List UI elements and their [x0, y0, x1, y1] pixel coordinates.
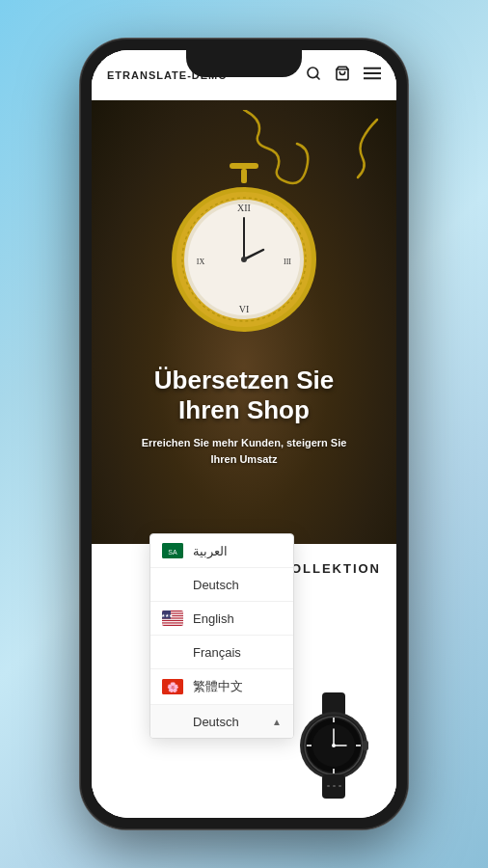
svg-text:IX: IX [197, 258, 205, 266]
flag-german-selected [162, 714, 183, 729]
flag-us: ★★★ [162, 610, 183, 626]
lang-label-chinese: 繁體中文 [193, 678, 243, 695]
svg-rect-45 [162, 621, 183, 622]
svg-text:VI: VI [239, 304, 250, 314]
svg-rect-44 [162, 619, 183, 620]
svg-text:★★★: ★★★ [162, 612, 174, 618]
svg-rect-7 [241, 169, 247, 183]
flag-hongkong: 🌸 [162, 679, 183, 694]
phone-notch [186, 50, 302, 77]
svg-rect-26 [333, 718, 335, 722]
svg-line-1 [316, 76, 319, 79]
screen-content: ETRANSLATE-DEMO [92, 50, 396, 818]
product-watch-image [290, 692, 377, 799]
svg-text:XII: XII [237, 203, 251, 213]
lang-item-arabic[interactable]: SA العربية [150, 534, 293, 568]
language-dropdown: SA العربية Deutsch [149, 533, 294, 739]
lang-label-english: English [193, 611, 234, 626]
svg-rect-35 [327, 785, 330, 787]
chevron-up-icon: ▲ [272, 717, 282, 727]
lang-label-selected: Deutsch [193, 715, 239, 729]
svg-rect-33 [363, 741, 368, 750]
lang-label-french: Français [193, 645, 241, 660]
svg-rect-28 [307, 745, 312, 746]
chain-decoration [310, 115, 387, 182]
hero-text-block: Übersetzen Sie Ihren Shop Erreichen Sie … [92, 366, 396, 467]
lang-item-french[interactable]: Français [150, 636, 293, 669]
lang-label-deutsch: Deutsch [193, 578, 239, 592]
phone-frame: ETRANSLATE-DEMO [80, 39, 408, 829]
lang-item-english[interactable]: ★★★ English [150, 602, 293, 636]
lang-item-deutsch[interactable]: Deutsch [150, 568, 293, 602]
svg-point-18 [241, 257, 247, 262]
lang-item-selected-deutsch[interactable]: Deutsch ▲ [150, 705, 293, 738]
lang-label-arabic: العربية [193, 544, 228, 558]
svg-text:🌸: 🌸 [167, 681, 179, 693]
flag-french [162, 644, 183, 660]
lang-item-chinese[interactable]: 🌸 繁體中文 [150, 669, 293, 705]
phone-screen: ETRANSLATE-DEMO [92, 50, 396, 818]
hero-subtitle: Erreichen Sie mehr Kunden, steigern Sie … [92, 435, 396, 467]
flag-saudi: SA [162, 543, 183, 558]
svg-rect-46 [162, 624, 183, 625]
search-icon[interactable] [306, 66, 321, 85]
svg-rect-29 [356, 745, 361, 746]
cart-icon[interactable] [335, 66, 350, 85]
svg-rect-27 [333, 769, 335, 773]
svg-rect-6 [230, 163, 258, 169]
nav-icons [306, 66, 381, 85]
svg-point-32 [332, 744, 336, 747]
svg-rect-37 [339, 785, 341, 787]
svg-rect-36 [333, 785, 336, 787]
menu-icon[interactable] [364, 67, 381, 84]
flag-german [162, 577, 183, 592]
svg-text:III: III [284, 258, 291, 266]
hero-title: Übersetzen Sie Ihren Shop [92, 366, 396, 425]
hero-section: XII III VI IX [92, 100, 396, 544]
svg-text:SA: SA [168, 549, 177, 556]
